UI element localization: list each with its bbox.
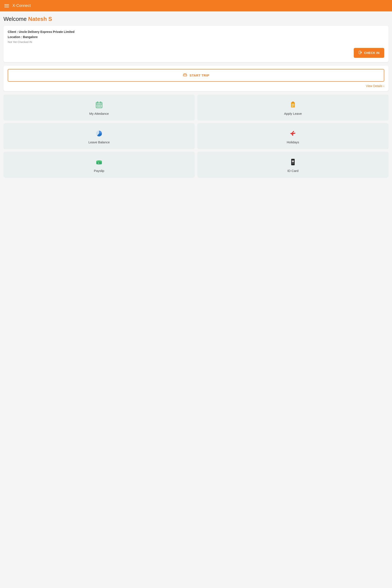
check-in-label: CHECK IN [364,51,380,54]
client-label: Client : [8,30,19,34]
svg-rect-30 [292,163,294,164]
menu-item-label-attendance: My Attedance [90,112,109,116]
clipboard-icon [289,101,297,109]
menu-item-label-id-card: ID Card [287,169,298,172]
menu-item-my-attendance[interactable]: My Attedance [4,94,195,120]
welcome-heading: Welcome Natesh S [4,16,388,22]
info-card: Client : Uncle Delivery Express Private … [4,26,388,62]
svg-point-4 [186,76,186,76]
check-status-text: Not Yet Checked IN [8,40,384,44]
view-details-row: View Details › [8,84,384,88]
location-info-row: Location : Bangalore [8,35,384,39]
trip-card: START TRIP View Details › [4,66,388,91]
svg-rect-2 [183,74,187,76]
menu-item-label-payslip: Payslip [94,169,104,172]
start-trip-label: START TRIP [190,74,209,77]
svg-rect-14 [99,106,99,107]
location-label: Location : [8,35,23,39]
app-title: X-Connect [12,4,31,8]
svg-rect-12 [100,105,101,106]
svg-rect-17 [292,102,294,103]
client-info-row: Client : Uncle Delivery Express Private … [8,30,384,34]
svg-point-3 [184,76,184,76]
check-in-button[interactable]: CHECK IN [354,48,384,58]
menu-item-holidays[interactable]: Holidays [197,123,388,149]
car-icon [183,72,188,78]
start-trip-button[interactable]: START TRIP [8,69,384,82]
user-name: Natesh S [28,16,52,22]
main-content: Welcome Natesh S Client : Uncle Delivery… [0,12,392,182]
svg-rect-31 [292,164,294,164]
svg-rect-11 [99,105,99,106]
menu-item-label-holidays: Holidays [287,140,299,144]
money-icon: $ [95,158,103,166]
app-header: X-Connect [0,0,392,12]
chevron-right-icon: › [383,84,384,88]
pie-icon [95,130,103,137]
check-in-row: CHECK IN [8,48,384,58]
hamburger-menu-button[interactable] [4,4,9,7]
menu-grid: My Attedance Apply Leave [4,94,388,178]
menu-item-payslip[interactable]: $ Payslip [4,152,195,178]
svg-text:$: $ [98,162,99,164]
menu-item-id-card[interactable]: ID Card [197,152,388,178]
svg-point-29 [292,160,294,162]
calendar-icon [95,101,103,109]
svg-rect-10 [97,105,98,106]
svg-rect-15 [100,106,101,107]
door-icon [358,50,362,55]
client-value: Uncle Delivery Express Private Limited [19,30,74,34]
plane-icon [289,130,297,137]
menu-item-leave-balance[interactable]: Leave Balance [4,123,195,149]
id-icon [289,158,297,166]
svg-rect-13 [97,106,98,107]
menu-item-apply-leave[interactable]: Apply Leave [197,94,388,120]
menu-item-label-leave-balance: Leave Balance [88,140,110,144]
menu-item-label-apply-leave: Apply Leave [284,112,302,116]
location-value: Bangalore [23,35,38,39]
svg-rect-16 [291,102,295,108]
view-details-link[interactable]: View Details [366,84,382,88]
